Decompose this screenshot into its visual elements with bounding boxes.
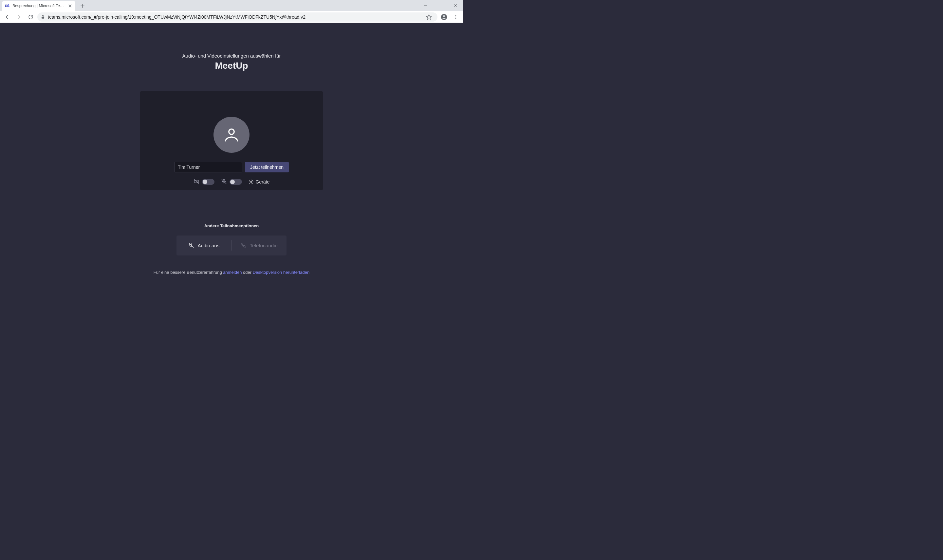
audio-off-label: Audio aus: [198, 243, 219, 248]
heading-subtitle: Audio- und Videoeinstellungen auswählen …: [182, 53, 281, 58]
mic-toggle[interactable]: [230, 179, 242, 185]
teams-favicon-icon: T: [5, 3, 10, 9]
address-toolbar: teams.microsoft.com/_#/pre-join-calling/…: [0, 11, 463, 23]
lock-icon: [41, 15, 45, 19]
svg-point-8: [455, 15, 457, 16]
bookmark-button[interactable]: [424, 14, 434, 20]
window-maximize-button[interactable]: [433, 0, 448, 11]
footer-middle: oder: [242, 270, 252, 275]
svg-point-11: [229, 129, 234, 134]
window-controls: [418, 0, 463, 11]
address-bar[interactable]: teams.microsoft.com/_#/pre-join-calling/…: [37, 12, 437, 22]
other-options-title: Andere Teilnahmeoptionen: [204, 223, 259, 228]
reload-icon: [28, 14, 34, 20]
camera-control: [193, 178, 215, 185]
join-row: Jetzt teilnehmen: [174, 162, 289, 172]
svg-point-7: [443, 15, 445, 17]
kebab-icon: [453, 14, 459, 20]
mic-control: [221, 178, 242, 185]
footer-prefix: Für eine bessere Benutzererfahrung: [154, 270, 223, 275]
svg-text:T: T: [6, 5, 7, 7]
svg-point-9: [455, 16, 457, 17]
address-url: teams.microsoft.com/_#/pre-join-calling/…: [48, 14, 421, 20]
browser-chrome: T Besprechung | Microsoft Teams: [0, 0, 463, 23]
arrow-right-icon: [16, 14, 22, 20]
device-controls-row: Geräte: [140, 178, 323, 185]
new-tab-button[interactable]: [78, 1, 87, 11]
user-circle-icon: [440, 14, 448, 21]
login-link[interactable]: anmelden: [223, 270, 242, 275]
audio-off-option[interactable]: Audio aus: [176, 235, 232, 255]
maximize-icon: [438, 4, 442, 8]
nav-reload-button[interactable]: [26, 12, 36, 22]
devices-button[interactable]: Geräte: [248, 179, 270, 185]
profile-button[interactable]: [439, 12, 449, 22]
svg-rect-4: [439, 4, 442, 7]
camera-toggle[interactable]: [202, 179, 215, 185]
camera-off-icon: [193, 178, 199, 185]
video-preview-card: Jetzt teilnehmen Geräte: [140, 91, 323, 190]
mic-off-icon: [221, 178, 227, 185]
nav-forward-button[interactable]: [14, 12, 24, 22]
phone-icon: [241, 242, 247, 248]
devices-label: Geräte: [256, 179, 270, 185]
arrow-left-icon: [4, 14, 10, 20]
minimize-icon: [423, 4, 427, 8]
svg-point-10: [455, 18, 457, 19]
svg-rect-3: [8, 6, 9, 7]
close-icon: [68, 4, 72, 8]
plus-icon: [80, 4, 85, 8]
avatar-placeholder: [213, 117, 250, 153]
gear-icon: [248, 179, 254, 185]
phone-audio-option: Telefonaudio: [232, 235, 287, 255]
other-options-bar: Audio aus Telefonaudio: [176, 235, 287, 255]
star-icon: [426, 14, 432, 20]
chrome-menu-button[interactable]: [451, 12, 461, 22]
speaker-off-icon: [188, 242, 194, 248]
name-input[interactable]: [174, 162, 242, 172]
tab-strip: T Besprechung | Microsoft Teams: [0, 0, 463, 11]
download-desktop-link[interactable]: Desktopversion herunterladen: [253, 270, 309, 275]
browser-tab[interactable]: T Besprechung | Microsoft Teams: [2, 1, 75, 11]
join-now-button[interactable]: Jetzt teilnehmen: [245, 162, 289, 172]
prejoin-stage: Audio- und Videoeinstellungen auswählen …: [0, 23, 463, 275]
tab-close-button[interactable]: [68, 3, 73, 9]
phone-audio-label: Telefonaudio: [250, 243, 278, 248]
close-icon: [454, 4, 457, 8]
heading-title: MeetUp: [215, 60, 248, 71]
svg-point-2: [8, 4, 9, 6]
tab-title: Besprechung | Microsoft Teams: [12, 4, 65, 8]
nav-back-button[interactable]: [2, 12, 12, 22]
window-close-button[interactable]: [448, 0, 463, 11]
svg-rect-5: [42, 17, 44, 18]
svg-point-14: [250, 181, 252, 183]
footer-text: Für eine bessere Benutzererfahrung anmel…: [154, 270, 309, 275]
window-minimize-button[interactable]: [418, 0, 433, 11]
user-avatar-icon: [222, 126, 241, 144]
